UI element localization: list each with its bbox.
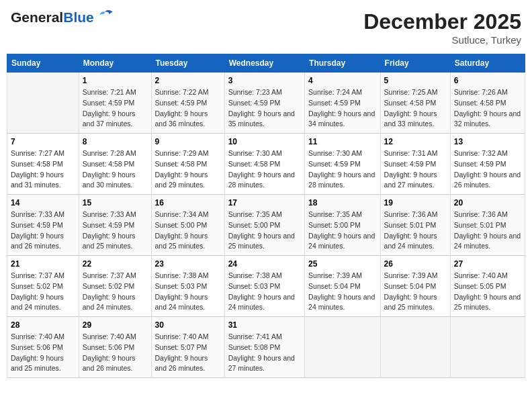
day-info: Sunrise: 7:25 AMSunset: 4:58 PMDaylight:… xyxy=(384,87,447,130)
day-cell: 16Sunrise: 7:34 AMSunset: 5:00 PMDayligh… xyxy=(151,195,224,256)
day-number: 23 xyxy=(155,259,221,269)
day-info: Sunrise: 7:40 AMSunset: 5:06 PMDaylight:… xyxy=(83,332,148,374)
day-number: 21 xyxy=(11,259,75,269)
day-header-saturday: Saturday xyxy=(450,54,525,73)
day-info: Sunrise: 7:22 AMSunset: 4:59 PMDaylight:… xyxy=(155,87,221,130)
day-number: 31 xyxy=(228,320,301,330)
day-info: Sunrise: 7:35 AMSunset: 5:00 PMDaylight:… xyxy=(228,210,301,252)
logo-bird-icon xyxy=(95,9,114,24)
day-number: 3 xyxy=(228,76,301,85)
day-info: Sunrise: 7:23 AMSunset: 4:59 PMDaylight:… xyxy=(228,87,301,130)
day-info: Sunrise: 7:21 AMSunset: 4:59 PMDaylight:… xyxy=(83,87,148,130)
day-number: 4 xyxy=(308,76,377,85)
day-header-wednesday: Wednesday xyxy=(224,54,304,73)
day-info: Sunrise: 7:33 AMSunset: 4:59 PMDaylight:… xyxy=(83,210,148,252)
day-info: Sunrise: 7:29 AMSunset: 4:58 PMDaylight:… xyxy=(155,148,221,191)
day-number: 28 xyxy=(11,320,75,330)
day-number: 1 xyxy=(83,76,148,85)
logo-general: General xyxy=(11,9,63,25)
month-title: December 2025 xyxy=(363,9,521,34)
day-cell: 19Sunrise: 7:36 AMSunset: 5:01 PMDayligh… xyxy=(380,195,450,256)
day-number: 19 xyxy=(384,198,447,208)
day-cell: 24Sunrise: 7:38 AMSunset: 5:03 PMDayligh… xyxy=(224,256,304,317)
day-number: 6 xyxy=(454,76,521,85)
calendar-table: SundayMondayTuesdayWednesdayThursdayFrid… xyxy=(7,54,525,378)
day-cell: 27Sunrise: 7:40 AMSunset: 5:05 PMDayligh… xyxy=(450,256,525,317)
day-cell: 17Sunrise: 7:35 AMSunset: 5:00 PMDayligh… xyxy=(224,195,304,256)
day-cell xyxy=(450,317,525,378)
day-header-monday: Monday xyxy=(79,54,151,73)
day-cell: 26Sunrise: 7:39 AMSunset: 5:04 PMDayligh… xyxy=(380,256,450,317)
day-info: Sunrise: 7:33 AMSunset: 4:59 PMDaylight:… xyxy=(11,210,75,252)
logo: GeneralBlue xyxy=(11,9,114,24)
day-cell xyxy=(7,73,79,134)
week-row-1: 1Sunrise: 7:21 AMSunset: 4:59 PMDaylight… xyxy=(7,73,525,134)
day-info: Sunrise: 7:32 AMSunset: 4:59 PMDaylight:… xyxy=(454,148,521,191)
logo-blue: Blue xyxy=(63,9,94,25)
day-number: 15 xyxy=(83,198,148,208)
day-number: 2 xyxy=(155,76,221,85)
day-number: 12 xyxy=(384,137,447,146)
title-block: December 2025 Sutluce, Turkey xyxy=(363,9,521,46)
day-number: 10 xyxy=(228,137,301,146)
day-cell: 3Sunrise: 7:23 AMSunset: 4:59 PMDaylight… xyxy=(224,73,304,134)
day-header-tuesday: Tuesday xyxy=(151,54,224,73)
day-cell: 6Sunrise: 7:26 AMSunset: 4:58 PMDaylight… xyxy=(450,73,525,134)
day-info: Sunrise: 7:35 AMSunset: 5:00 PMDaylight:… xyxy=(308,210,377,252)
day-number: 11 xyxy=(308,137,377,146)
day-info: Sunrise: 7:36 AMSunset: 5:01 PMDaylight:… xyxy=(454,210,521,252)
day-info: Sunrise: 7:40 AMSunset: 5:07 PMDaylight:… xyxy=(155,332,221,374)
day-number: 22 xyxy=(83,259,148,269)
day-info: Sunrise: 7:27 AMSunset: 4:58 PMDaylight:… xyxy=(11,148,75,191)
day-cell: 23Sunrise: 7:38 AMSunset: 5:03 PMDayligh… xyxy=(151,256,224,317)
day-info: Sunrise: 7:24 AMSunset: 4:59 PMDaylight:… xyxy=(308,87,377,130)
day-info: Sunrise: 7:31 AMSunset: 4:59 PMDaylight:… xyxy=(384,148,447,191)
days-header-row: SundayMondayTuesdayWednesdayThursdayFrid… xyxy=(7,54,525,73)
day-cell: 9Sunrise: 7:29 AMSunset: 4:58 PMDaylight… xyxy=(151,134,224,195)
day-cell: 22Sunrise: 7:37 AMSunset: 5:02 PMDayligh… xyxy=(79,256,151,317)
day-info: Sunrise: 7:28 AMSunset: 4:58 PMDaylight:… xyxy=(83,148,148,191)
day-info: Sunrise: 7:36 AMSunset: 5:01 PMDaylight:… xyxy=(384,210,447,252)
day-cell: 4Sunrise: 7:24 AMSunset: 4:59 PMDaylight… xyxy=(305,73,381,134)
day-cell: 11Sunrise: 7:30 AMSunset: 4:59 PMDayligh… xyxy=(305,134,381,195)
day-info: Sunrise: 7:37 AMSunset: 5:02 PMDaylight:… xyxy=(11,271,75,313)
day-info: Sunrise: 7:26 AMSunset: 4:58 PMDaylight:… xyxy=(454,87,521,130)
day-number: 16 xyxy=(155,198,221,208)
day-cell xyxy=(380,317,450,378)
day-cell: 14Sunrise: 7:33 AMSunset: 4:59 PMDayligh… xyxy=(7,195,79,256)
day-number: 13 xyxy=(454,137,521,146)
day-number: 26 xyxy=(384,259,447,269)
day-number: 7 xyxy=(11,137,75,146)
day-info: Sunrise: 7:40 AMSunset: 5:05 PMDaylight:… xyxy=(454,271,521,313)
day-cell: 7Sunrise: 7:27 AMSunset: 4:58 PMDaylight… xyxy=(7,134,79,195)
day-number: 9 xyxy=(155,137,221,146)
day-number: 29 xyxy=(83,320,148,330)
day-info: Sunrise: 7:37 AMSunset: 5:02 PMDaylight:… xyxy=(83,271,148,313)
day-cell: 1Sunrise: 7:21 AMSunset: 4:59 PMDaylight… xyxy=(79,73,151,134)
day-info: Sunrise: 7:34 AMSunset: 5:00 PMDaylight:… xyxy=(155,210,221,252)
day-number: 14 xyxy=(11,198,75,208)
day-cell: 13Sunrise: 7:32 AMSunset: 4:59 PMDayligh… xyxy=(450,134,525,195)
day-header-sunday: Sunday xyxy=(7,54,79,73)
day-cell: 30Sunrise: 7:40 AMSunset: 5:07 PMDayligh… xyxy=(151,317,224,378)
week-row-3: 14Sunrise: 7:33 AMSunset: 4:59 PMDayligh… xyxy=(7,195,525,256)
day-cell: 12Sunrise: 7:31 AMSunset: 4:59 PMDayligh… xyxy=(380,134,450,195)
week-row-5: 28Sunrise: 7:40 AMSunset: 5:06 PMDayligh… xyxy=(7,317,525,378)
day-cell: 8Sunrise: 7:28 AMSunset: 4:58 PMDaylight… xyxy=(79,134,151,195)
day-info: Sunrise: 7:39 AMSunset: 5:04 PMDaylight:… xyxy=(384,271,447,313)
day-number: 20 xyxy=(454,198,521,208)
page-header: GeneralBlue December 2025 Sutluce, Turke… xyxy=(7,7,525,48)
day-cell: 20Sunrise: 7:36 AMSunset: 5:01 PMDayligh… xyxy=(450,195,525,256)
day-cell: 2Sunrise: 7:22 AMSunset: 4:59 PMDaylight… xyxy=(151,73,224,134)
day-cell: 31Sunrise: 7:41 AMSunset: 5:08 PMDayligh… xyxy=(224,317,304,378)
day-number: 25 xyxy=(308,259,377,269)
day-cell: 5Sunrise: 7:25 AMSunset: 4:58 PMDaylight… xyxy=(380,73,450,134)
logo-text: GeneralBlue xyxy=(11,10,94,24)
day-info: Sunrise: 7:30 AMSunset: 4:59 PMDaylight:… xyxy=(308,148,377,191)
day-info: Sunrise: 7:39 AMSunset: 5:04 PMDaylight:… xyxy=(308,271,377,313)
day-cell: 15Sunrise: 7:33 AMSunset: 4:59 PMDayligh… xyxy=(79,195,151,256)
day-info: Sunrise: 7:38 AMSunset: 5:03 PMDaylight:… xyxy=(228,271,301,313)
location-subtitle: Sutluce, Turkey xyxy=(363,34,521,46)
day-cell: 21Sunrise: 7:37 AMSunset: 5:02 PMDayligh… xyxy=(7,256,79,317)
day-cell: 28Sunrise: 7:40 AMSunset: 5:06 PMDayligh… xyxy=(7,317,79,378)
